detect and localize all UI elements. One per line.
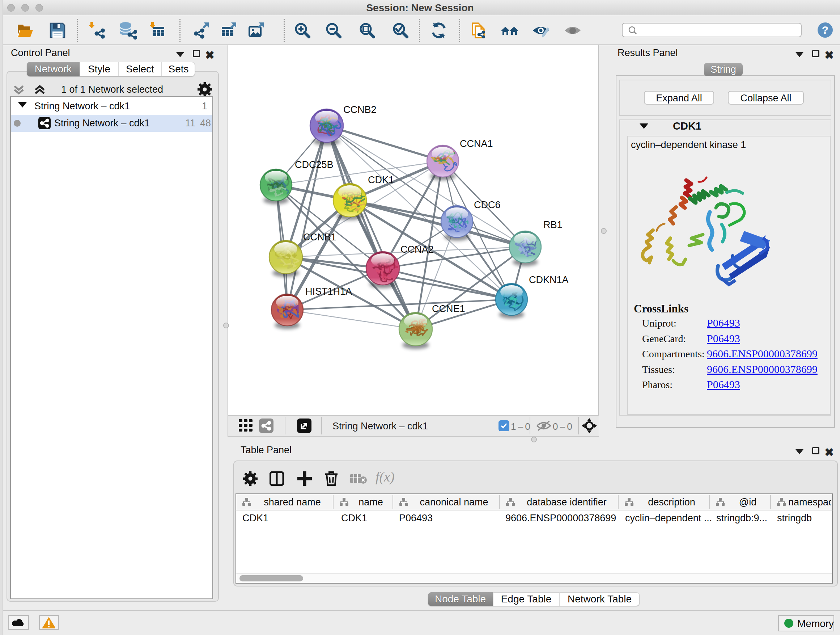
- svg-text:HIST1H1A: HIST1H1A: [305, 286, 352, 297]
- svg-text:CDC25B: CDC25B: [295, 159, 333, 170]
- svg-text:CCNA1: CCNA1: [460, 138, 493, 149]
- svg-text:CCNB1: CCNB1: [303, 232, 336, 242]
- svg-text:CCNE1: CCNE1: [432, 303, 465, 314]
- svg-text:CDK1: CDK1: [368, 174, 394, 185]
- svg-text:CCNA2: CCNA2: [401, 244, 434, 255]
- svg-text:CDKN1A: CDKN1A: [529, 274, 569, 285]
- svg-text:CCNB2: CCNB2: [343, 104, 377, 115]
- svg-text:CDC6: CDC6: [474, 200, 501, 211]
- svg-text:RB1: RB1: [543, 219, 562, 230]
